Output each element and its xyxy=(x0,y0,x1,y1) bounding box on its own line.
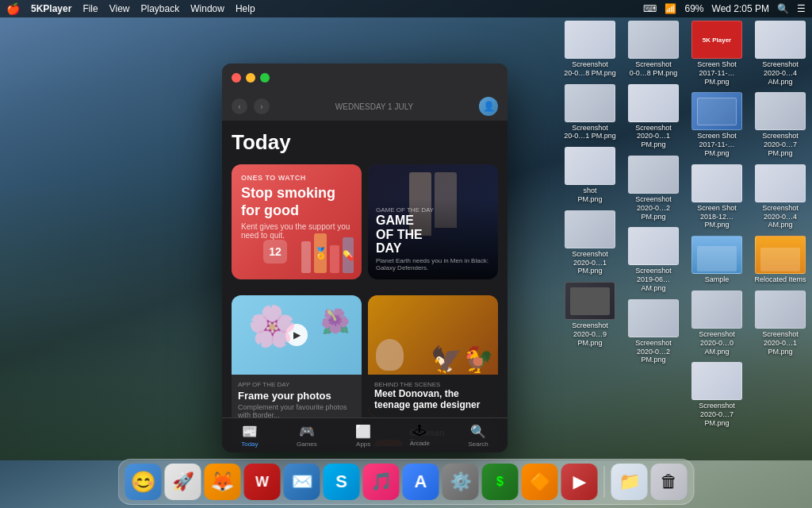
smoking-card-inner: ONES TO WATCH Stop smoking for good Kent… xyxy=(232,164,362,279)
photos-title: Frame your photos xyxy=(238,390,355,402)
desktop-icon[interactable]: Screenshot2020-0…1 PM.png xyxy=(623,84,684,149)
apps-icon: ⬜ xyxy=(355,424,371,439)
desktop-icon[interactable]: Screenshot2020-0…9 PM.png xyxy=(560,282,620,347)
menu-view[interactable]: View xyxy=(109,3,130,14)
dock-itunes[interactable]: 🎵 xyxy=(363,464,400,500)
flower2-decoration: 🌺 xyxy=(320,307,350,335)
games-icon: 🎮 xyxy=(299,424,315,439)
tab-today[interactable]: 📰 Today xyxy=(241,424,258,448)
tab-apps[interactable]: ⬜ Apps xyxy=(355,424,371,448)
dock-mail[interactable]: ✉️ xyxy=(284,464,320,500)
desktop-icon[interactable]: Screenshot2020-0…7 PM.png xyxy=(750,92,810,157)
gotd-subtitle: Planet Earth needs you in Men in Black: … xyxy=(376,257,490,271)
menu-window[interactable]: Window xyxy=(190,3,224,14)
smoking-label: ONES TO WATCH xyxy=(241,174,352,182)
dock-skype[interactable]: S xyxy=(324,464,360,500)
badge-12: 12 xyxy=(263,240,287,264)
desktop-icon[interactable]: Screenshot2019-06…AM.png xyxy=(623,227,684,292)
photos-img: 🌸 🌺 ▶ xyxy=(232,295,362,375)
featured-card-row: ONES TO WATCH Stop smoking for good Kent… xyxy=(232,164,498,287)
control-center-icon[interactable]: ☰ xyxy=(797,3,806,14)
desktop-icon[interactable]: Screenshot2020-0…2 PM.png xyxy=(623,299,684,364)
desktop-icon[interactable]: Screenshot2020-0…4 AM.png xyxy=(750,164,810,229)
dock-trash[interactable]: 🗑 xyxy=(651,464,688,500)
search-tab-label: Search xyxy=(468,441,488,448)
menu-playback[interactable]: Playback xyxy=(141,3,180,14)
menu-help[interactable]: Help xyxy=(236,3,255,14)
desktop-icon[interactable]: Screenshot2020-0…4 AM.png xyxy=(750,21,810,86)
minimize-button[interactable] xyxy=(246,73,255,83)
desktop: 🍎 5KPlayer File View Playback Window Hel… xyxy=(0,0,812,508)
dock-firefox[interactable]: 🦊 xyxy=(205,464,241,500)
search-icon: 🔍 xyxy=(470,424,486,439)
dock-system-prefs[interactable]: ⚙️ xyxy=(442,464,479,500)
apps-tab-label: Apps xyxy=(356,441,370,448)
smoking-card[interactable]: ONES TO WATCH Stop smoking for good Kent… xyxy=(232,164,362,279)
dock-terminal[interactable]: $ xyxy=(482,464,519,500)
donovan-label: BEHIND THE SCENES xyxy=(374,381,492,388)
user-avatar[interactable]: 👤 xyxy=(479,97,498,116)
app-name[interactable]: 5KPlayer xyxy=(31,3,71,14)
dock-files[interactable]: 📁 xyxy=(611,464,648,500)
desktop-icon[interactable]: Relocated Items xyxy=(750,236,810,284)
gotd-card[interactable]: GAME OF THE DAY GAMEOF THEDAY Planet Ear… xyxy=(368,164,498,279)
spotlight-icon[interactable]: 🔍 xyxy=(777,3,789,14)
dock-separator xyxy=(604,466,605,498)
desktop-icon[interactable]: Screenshot2020-0…7 PM.png xyxy=(687,362,747,427)
menubar: 🍎 5KPlayer File View Playback Window Hel… xyxy=(0,0,812,17)
smoking-illustration: 🏅 💊 xyxy=(301,233,354,273)
desktop-icon[interactable]: Screenshot2020-0…1 PM.png xyxy=(560,210,620,275)
dock-5kplayer[interactable]: ▶ xyxy=(561,464,598,500)
desktop-icon[interactable]: 5K Player Screen Shot2017-11-…PM.png xyxy=(687,21,747,86)
donovan-inner[interactable]: 🦅🐓 BEHIND THE SCENES Meet Donovan, the t… xyxy=(368,295,498,417)
gotd-label: GAME OF THE DAY xyxy=(376,206,490,214)
donovan-face xyxy=(376,339,404,371)
desktop-icon[interactable]: Screenshot0-0…8 PM.png xyxy=(623,21,684,78)
dock: 😊 🚀 🦊 W ✉️ S 🎵 A ⚙️ xyxy=(118,459,695,505)
desktop-icon[interactable]: Screenshot20-0…1 PM.png xyxy=(560,84,620,141)
menu-file[interactable]: File xyxy=(82,3,98,14)
tab-games[interactable]: 🎮 Games xyxy=(297,424,317,448)
desktop-icon[interactable]: Screen Shot2018-12…PM.png xyxy=(687,164,747,229)
today-title: Today xyxy=(232,130,498,155)
arcade-tab-label: Arcade xyxy=(410,440,430,447)
keyboard-icon: ⌨ xyxy=(643,3,657,14)
appstore-window: ‹ › WEDNESDAY 1 JULY 👤 Today ONES TO WAT… xyxy=(222,64,508,452)
desktop-icon[interactable]: Screenshot2020-0…0 AM.png xyxy=(687,291,747,356)
gotd-card-inner: GAME OF THE DAY GAMEOF THEDAY Planet Ear… xyxy=(368,164,498,279)
window-titlebar xyxy=(222,64,508,92)
back-button[interactable]: ‹ xyxy=(232,98,247,114)
desktop-icon[interactable]: shotPM.png xyxy=(560,147,620,204)
desktop-icon[interactable]: Screenshot20-0…8 PM.png xyxy=(560,21,620,78)
desktop-icon[interactable]: Screenshot2020-0…1 PM.png xyxy=(750,291,810,356)
tab-arcade[interactable]: 🕹 Arcade xyxy=(410,424,430,447)
wifi-icon: 📶 xyxy=(665,3,676,14)
photos-label: APP OF THE DAY xyxy=(238,381,355,388)
apple-menu[interactable]: 🍎 xyxy=(6,2,20,15)
dock-wps[interactable]: W xyxy=(244,464,281,500)
dock-vlc[interactable]: 🔶 xyxy=(522,464,558,500)
close-button[interactable] xyxy=(232,73,241,83)
maximize-button[interactable] xyxy=(260,73,270,83)
appstore-tabs: 📰 Today 🎮 Games ⬜ Apps 🕹 Arcade 🔍 Search xyxy=(222,418,508,452)
appstore-content[interactable]: Today ONES TO WATCH Stop smoking for goo… xyxy=(222,121,508,446)
arcade-icon: 🕹 xyxy=(413,424,426,438)
tab-search[interactable]: 🔍 Search xyxy=(468,424,488,448)
desktop-icon[interactable]: Screenshot2020-0…2 PM.png xyxy=(623,156,684,221)
desktop-icon[interactable]: Screen Shot2017-11-…PM.png xyxy=(687,92,747,157)
photos-desc: Complement your favourite photos with Bo… xyxy=(238,403,355,419)
dock-finder[interactable]: 😊 xyxy=(125,464,162,500)
desktop-icon[interactable]: Sample xyxy=(687,236,747,284)
dock-launchpad[interactable]: 🚀 xyxy=(165,464,201,500)
flower-decoration: 🌸 xyxy=(247,303,297,349)
menubar-right: ⌨ 📶 69% Wed 2:05 PM 🔍 ☰ xyxy=(643,3,806,14)
icon-column-1: Screenshot20-0…8 PM.png Screenshot20-0…1… xyxy=(558,21,622,454)
dock-appstore[interactable]: A xyxy=(403,464,439,500)
donovan-bottom: BEHIND THE SCENES Meet Donovan, the teen… xyxy=(368,375,498,417)
appstore-navbar: ‹ › WEDNESDAY 1 JULY 👤 xyxy=(222,92,508,121)
games-tab-label: Games xyxy=(297,441,317,448)
donovan-top: 🦅🐓 xyxy=(368,295,498,375)
icon-column-3: 5K Player Screen Shot2017-11-…PM.png Scr… xyxy=(685,21,749,454)
gotd-title: GAMEOF THEDAY xyxy=(376,214,490,256)
forward-button[interactable]: › xyxy=(254,98,270,114)
